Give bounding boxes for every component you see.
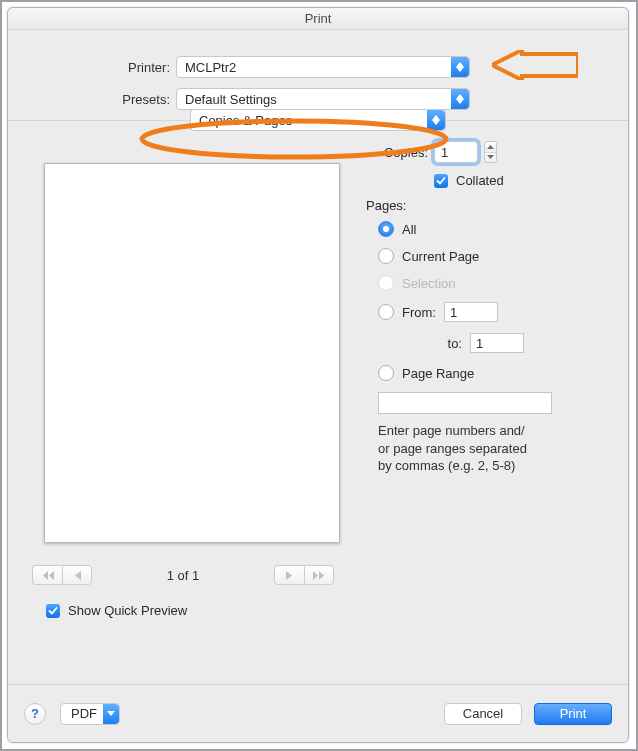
copies-label: Copies:	[366, 145, 428, 160]
window-title: Print	[8, 8, 628, 30]
printer-popup[interactable]: MCLPtr2	[176, 56, 470, 78]
radio-all-label: All	[402, 222, 416, 237]
radio-from-label: From:	[402, 305, 436, 320]
presets-label: Presets:	[8, 92, 176, 107]
to-value: 1	[476, 336, 483, 351]
preview-column: 1 of 1 Show Quick Preview	[26, 141, 346, 618]
updown-icon	[451, 57, 469, 77]
radio-current-page[interactable]	[378, 248, 394, 264]
right-icon	[286, 571, 293, 580]
pager-back-group	[32, 565, 92, 585]
copies-value: 1	[441, 145, 448, 160]
help-icon: ?	[31, 706, 39, 721]
pdf-menu-button[interactable]: PDF	[60, 703, 120, 725]
cancel-button[interactable]: Cancel	[444, 703, 522, 725]
updown-icon	[427, 110, 445, 130]
presets-popup[interactable]: Default Settings	[176, 88, 470, 110]
radio-selection	[378, 275, 394, 291]
to-label: to:	[438, 336, 462, 351]
pager-label: 1 of 1	[167, 568, 200, 583]
pager-last-button[interactable]	[304, 565, 334, 585]
show-preview-checkbox[interactable]	[46, 604, 60, 618]
pdf-label: PDF	[71, 706, 97, 721]
printer-label: Printer:	[8, 60, 176, 75]
print-dialog: Print Printer: MCLPtr2 Presets: Default …	[7, 7, 629, 743]
page-range-hint: Enter page numbers and/ or page ranges s…	[378, 422, 578, 475]
pages-label: Pages:	[366, 198, 610, 213]
options-column: Copies: 1 Collated Pages: All	[366, 141, 610, 618]
section-value: Copies & Pages	[199, 113, 292, 128]
from-input[interactable]: 1	[444, 302, 498, 322]
preview-page	[44, 163, 340, 543]
radio-selection-label: Selection	[402, 276, 455, 291]
double-right-icon	[313, 571, 325, 580]
pager-prev-button[interactable]	[62, 565, 92, 585]
to-input[interactable]: 1	[470, 333, 524, 353]
radio-from[interactable]	[378, 304, 394, 320]
collated-label: Collated	[456, 173, 504, 188]
copies-input[interactable]: 1	[434, 141, 478, 163]
from-value: 1	[450, 305, 457, 320]
bottom-bar: ? PDF Cancel Print	[8, 684, 628, 742]
page-range-input[interactable]	[378, 392, 552, 414]
pager-first-button[interactable]	[32, 565, 62, 585]
help-button[interactable]: ?	[24, 703, 46, 725]
radio-page-range[interactable]	[378, 365, 394, 381]
stepper-up[interactable]	[485, 142, 496, 153]
collated-checkbox[interactable]	[434, 174, 448, 188]
copies-stepper[interactable]	[484, 141, 497, 163]
radio-current-label: Current Page	[402, 249, 479, 264]
title-text: Print	[305, 11, 332, 26]
presets-value: Default Settings	[185, 92, 277, 107]
show-preview-label: Show Quick Preview	[68, 603, 187, 618]
double-left-icon	[42, 571, 54, 580]
pager-next-button[interactable]	[274, 565, 304, 585]
print-button[interactable]: Print	[534, 703, 612, 725]
radio-all[interactable]	[378, 221, 394, 237]
stepper-down[interactable]	[485, 153, 496, 163]
pager-fwd-group	[274, 565, 334, 585]
chevron-down-icon	[103, 704, 119, 724]
printer-value: MCLPtr2	[185, 60, 236, 75]
section-popup[interactable]: Copies & Pages	[190, 109, 446, 131]
radio-range-label: Page Range	[402, 366, 474, 381]
updown-icon	[451, 89, 469, 109]
left-icon	[74, 571, 81, 580]
